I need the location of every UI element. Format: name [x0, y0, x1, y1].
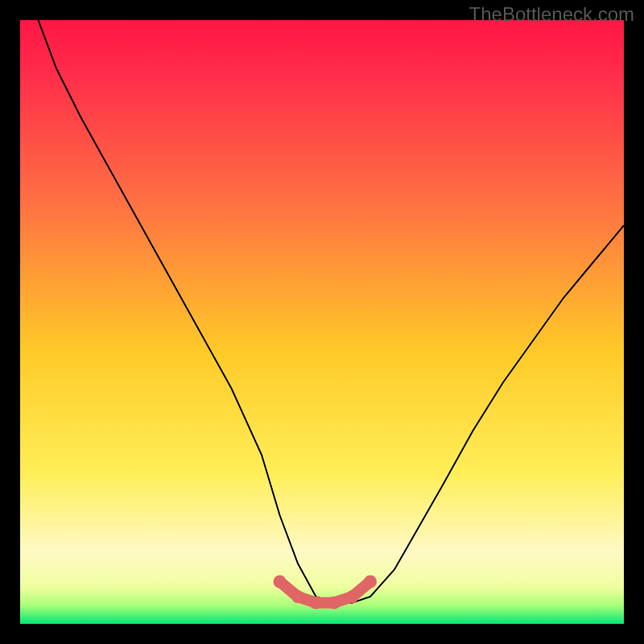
highlight-dot — [291, 590, 304, 603]
chart-svg — [20, 20, 624, 624]
highlight-dot — [310, 597, 323, 609]
plot-area — [20, 20, 624, 624]
highlight-dot — [328, 597, 341, 609]
highlight-dot — [364, 576, 377, 588]
chart-container: TheBottleneck.com — [0, 0, 644, 644]
highlight-dot — [346, 590, 359, 603]
gradient-background — [20, 20, 624, 624]
watermark-text: TheBottleneck.com — [469, 3, 634, 26]
highlight-dot — [274, 576, 287, 588]
